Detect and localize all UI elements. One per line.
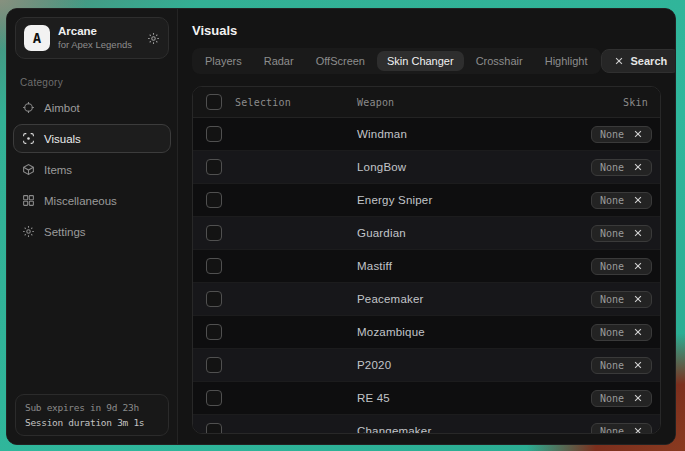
row-checkbox[interactable] bbox=[206, 324, 222, 340]
eye-scan-icon bbox=[22, 132, 35, 145]
x-icon[interactable] bbox=[633, 162, 643, 172]
row-checkbox[interactable] bbox=[206, 159, 222, 175]
crosshair-icon bbox=[22, 101, 35, 114]
row-checkbox[interactable] bbox=[206, 357, 222, 373]
skin-value: None bbox=[600, 327, 624, 338]
app-name: Arcane bbox=[58, 25, 139, 38]
skin-chip[interactable]: None bbox=[591, 225, 652, 242]
column-header-selection: Selection bbox=[235, 97, 357, 108]
skin-chip[interactable]: None bbox=[591, 126, 652, 143]
skin-chip[interactable]: None bbox=[591, 423, 652, 435]
skin-value: None bbox=[600, 162, 624, 173]
x-icon[interactable] bbox=[633, 129, 643, 139]
weapon-name: Changemaker bbox=[357, 425, 542, 434]
skin-chip[interactable]: None bbox=[591, 357, 652, 374]
row-checkbox[interactable] bbox=[206, 225, 222, 241]
skin-chip[interactable]: None bbox=[591, 192, 652, 209]
weapon-name: Windman bbox=[357, 128, 542, 140]
sidebar-item-settings[interactable]: Settings bbox=[13, 217, 171, 246]
skin-chip[interactable]: None bbox=[591, 324, 652, 341]
sidebar-nav: AimbotVisualsItemsMiscellaneousSettings bbox=[7, 92, 177, 247]
skin-chip[interactable]: None bbox=[591, 159, 652, 176]
table-row: P2020 None bbox=[193, 349, 660, 382]
tab-crosshair[interactable]: Crosshair bbox=[466, 51, 533, 71]
sidebar-item-label: Aimbot bbox=[44, 102, 80, 114]
weapon-name: Mastiff bbox=[357, 260, 542, 272]
weapon-name: LongBow bbox=[357, 161, 542, 173]
app-logo: A bbox=[24, 25, 50, 51]
grid-icon bbox=[22, 194, 35, 207]
sidebar-item-label: Miscellaneous bbox=[44, 195, 117, 207]
sidebar-item-miscellaneous[interactable]: Miscellaneous bbox=[13, 186, 171, 215]
sidebar-item-visuals[interactable]: Visuals bbox=[13, 124, 171, 153]
table-body: Windman None LongBow None Energy Sniper bbox=[193, 118, 660, 434]
table-row: Peacemaker None bbox=[193, 283, 660, 316]
tab-offscreen[interactable]: OffScreen bbox=[306, 51, 375, 71]
row-checkbox[interactable] bbox=[206, 291, 222, 307]
skin-value: None bbox=[600, 294, 624, 305]
tab-skin-changer[interactable]: Skin Changer bbox=[377, 51, 464, 71]
sidebar-item-aimbot[interactable]: Aimbot bbox=[13, 93, 171, 122]
table-row: Guardian None bbox=[193, 217, 660, 250]
search-button[interactable]: Search bbox=[601, 49, 676, 73]
package-icon bbox=[22, 163, 35, 176]
gear-icon[interactable] bbox=[147, 32, 160, 45]
tab-players[interactable]: Players bbox=[195, 51, 252, 71]
skin-table-card: Selection Weapon Skin Windman None LongB… bbox=[192, 86, 661, 434]
x-icon[interactable] bbox=[633, 327, 643, 337]
weapon-name: RE 45 bbox=[357, 392, 542, 404]
app-subtitle: for Apex Legends bbox=[58, 40, 139, 51]
select-all-checkbox[interactable] bbox=[206, 94, 222, 110]
x-icon[interactable] bbox=[633, 294, 643, 304]
skin-value: None bbox=[600, 426, 624, 435]
x-icon[interactable] bbox=[633, 360, 643, 370]
table-row: Mastiff None bbox=[193, 250, 660, 283]
sidebar-item-items[interactable]: Items bbox=[13, 155, 171, 184]
x-icon[interactable] bbox=[633, 195, 643, 205]
search-button-label: Search bbox=[631, 55, 668, 67]
sub-expires-text: Sub expires in 9d 23h bbox=[25, 402, 159, 413]
column-header-skin: Skin bbox=[542, 97, 660, 108]
table-row: Changemaker None bbox=[193, 415, 660, 434]
x-icon[interactable] bbox=[633, 393, 643, 403]
sidebar: A Arcane for Apex Legends Category Aimbo… bbox=[7, 9, 178, 444]
desktop-background: A Arcane for Apex Legends Category Aimbo… bbox=[0, 0, 685, 451]
skin-value: None bbox=[600, 195, 624, 206]
weapon-name: Peacemaker bbox=[357, 293, 542, 305]
gear-icon bbox=[22, 225, 35, 238]
skin-value: None bbox=[600, 360, 624, 371]
skin-chip[interactable]: None bbox=[591, 291, 652, 308]
sidebar-item-label: Settings bbox=[44, 226, 86, 238]
category-label: Category bbox=[20, 77, 164, 88]
row-checkbox[interactable] bbox=[206, 390, 222, 406]
row-checkbox[interactable] bbox=[206, 192, 222, 208]
app-window: A Arcane for Apex Legends Category Aimbo… bbox=[6, 8, 676, 445]
skin-chip[interactable]: None bbox=[591, 390, 652, 407]
weapon-name: Energy Sniper bbox=[357, 194, 542, 206]
tab-radar[interactable]: Radar bbox=[254, 51, 304, 71]
tab-highlight[interactable]: Highlight bbox=[535, 51, 598, 71]
row-checkbox[interactable] bbox=[206, 423, 222, 434]
weapon-name: Guardian bbox=[357, 227, 542, 239]
sidebar-spacer bbox=[7, 247, 177, 386]
skin-chip[interactable]: None bbox=[591, 258, 652, 275]
table-header-row: Selection Weapon Skin bbox=[193, 87, 660, 118]
skin-value: None bbox=[600, 393, 624, 404]
tabs-row: PlayersRadarOffScreenSkin ChangerCrossha… bbox=[192, 48, 661, 74]
table-row: Mozambique None bbox=[193, 316, 660, 349]
session-duration-text: Session duration 3m 1s bbox=[25, 417, 159, 428]
x-icon[interactable] bbox=[633, 426, 643, 434]
row-checkbox[interactable] bbox=[206, 126, 222, 142]
x-icon[interactable] bbox=[633, 228, 643, 238]
main-panel: Visuals PlayersRadarOffScreenSkin Change… bbox=[178, 9, 675, 444]
row-checkbox[interactable] bbox=[206, 258, 222, 274]
x-icon bbox=[614, 56, 624, 66]
app-header-card: A Arcane for Apex Legends bbox=[15, 17, 169, 59]
tab-strip: PlayersRadarOffScreenSkin ChangerCrossha… bbox=[192, 48, 601, 74]
skin-value: None bbox=[600, 261, 624, 272]
x-icon[interactable] bbox=[633, 261, 643, 271]
table-row: Energy Sniper None bbox=[193, 184, 660, 217]
skin-value: None bbox=[600, 228, 624, 239]
table-row: RE 45 None bbox=[193, 382, 660, 415]
sidebar-item-label: Visuals bbox=[44, 133, 81, 145]
